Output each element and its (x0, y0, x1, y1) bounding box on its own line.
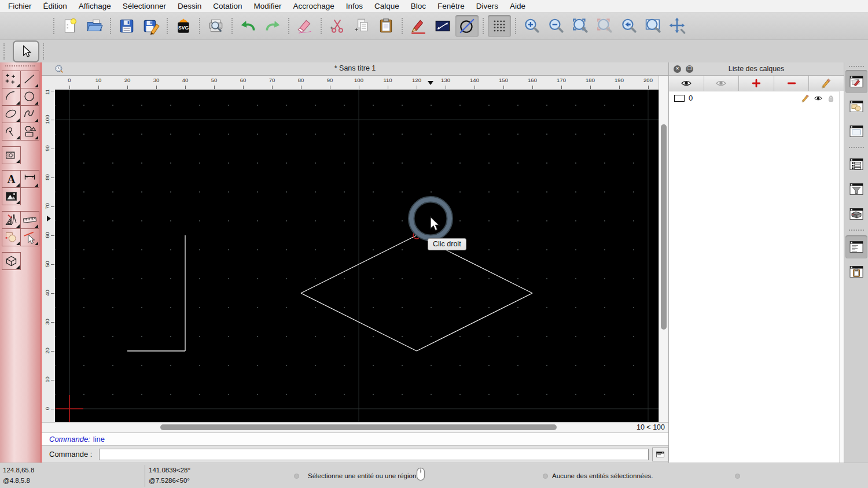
draft-mode-button[interactable] (455, 15, 479, 37)
redo-button[interactable] (261, 15, 284, 37)
zoom-in-button[interactable] (520, 15, 543, 37)
command-dock-toggle-button[interactable] (845, 235, 867, 258)
undo-button[interactable] (237, 15, 260, 37)
filter-dock-toggle-button[interactable] (845, 178, 867, 201)
menu-edition[interactable]: Édition (38, 2, 73, 10)
tool-modify-button[interactable] (2, 211, 21, 229)
menu-aide[interactable]: Aide (504, 2, 531, 10)
zoom-auto-button[interactable] (569, 15, 592, 37)
print-preview-button[interactable] (204, 15, 227, 37)
action-hint: Sélectionne une entité ou une région (308, 463, 416, 488)
menu-selectionner[interactable]: Sélectionner (117, 2, 172, 10)
toolbar-drag-handle (3, 43, 5, 60)
tool-measure-button[interactable] (20, 211, 39, 229)
menu-bloc[interactable]: Bloc (405, 2, 432, 10)
pen-dock-toggle-button[interactable] (845, 70, 867, 93)
library-dock-toggle-button[interactable] (845, 120, 867, 143)
vruler-label: 80 (44, 172, 50, 183)
tool-dimension-button[interactable] (20, 170, 39, 188)
status-dot (735, 474, 740, 479)
edit-layer-button[interactable] (809, 76, 844, 91)
layerlist-dock-toggle-button[interactable] (845, 153, 867, 176)
tool-hatch-button[interactable] (2, 146, 21, 164)
filter-dock-icon (848, 181, 865, 197)
vruler-cursor-marker (47, 216, 54, 221)
tool-image-button[interactable] (2, 187, 21, 205)
command-input[interactable] (99, 449, 649, 460)
tool-spline-button[interactable] (20, 105, 39, 123)
vertical-scrollbar[interactable] (659, 76, 668, 422)
cut-button[interactable] (326, 15, 349, 37)
menu-divers[interactable]: Divers (470, 2, 504, 10)
menu-modifier[interactable]: Modifier (248, 2, 287, 10)
tool-deselect-button[interactable] (20, 228, 39, 246)
save-as-button[interactable] (139, 15, 163, 37)
add-layer-button[interactable] (739, 76, 774, 91)
grid-button[interactable] (488, 15, 511, 37)
hruler-tick (619, 86, 620, 89)
cut-icon (329, 17, 346, 35)
edit-layer-icon[interactable] (801, 94, 810, 103)
copy-button[interactable] (350, 15, 373, 37)
paste-button[interactable] (374, 15, 398, 37)
clipboard-dock-toggle-button[interactable] (845, 260, 867, 283)
svg-export-button[interactable]: SVG (172, 15, 195, 37)
menu-cotation[interactable]: Cotation (207, 2, 248, 10)
drawing-canvas[interactable]: Clic droit (55, 90, 659, 422)
hruler-label: 80 (298, 77, 304, 83)
vruler-label: 90 (44, 143, 50, 154)
hruler-label: 0 (68, 77, 71, 83)
detach-command-window-button[interactable] (652, 448, 668, 461)
tool-points-button[interactable] (2, 71, 21, 88)
menu-fenetre[interactable]: Fenêtre (432, 2, 470, 10)
tool-polygon-button[interactable] (20, 123, 39, 141)
tool-circle-button[interactable] (20, 88, 39, 106)
new-document-button[interactable] (58, 15, 82, 37)
zoom-window-button[interactable] (642, 15, 665, 37)
layer-lock-icon[interactable] (826, 94, 836, 103)
horizontal-scrollbar-thumb[interactable] (160, 424, 557, 430)
tool-arc-button[interactable] (2, 88, 21, 106)
zoom-previous-button[interactable] (593, 15, 616, 37)
tool-line-button[interactable] (20, 71, 39, 88)
open-file-button[interactable] (83, 15, 106, 37)
toolbar-separator (321, 18, 322, 34)
hatch-icon (4, 148, 19, 162)
canvas-graphics (55, 90, 659, 422)
show-all-layers-button[interactable] (669, 76, 704, 91)
tool-text-button[interactable]: A (2, 170, 21, 188)
horizontal-scrollbar[interactable]: 10 < 100 (42, 422, 668, 432)
layer-color-swatch[interactable] (674, 95, 685, 102)
vertical-scrollbar-thumb[interactable] (661, 124, 667, 330)
hruler-label: 180 (586, 77, 595, 83)
spline-icon (23, 107, 37, 121)
menu-infos[interactable]: Infos (340, 2, 369, 10)
line-properties-button[interactable] (431, 15, 454, 37)
remove-layer-button[interactable] (774, 76, 810, 91)
save-button[interactable] (115, 15, 138, 37)
layers-panel-scrollbar[interactable] (839, 91, 844, 463)
layer-row[interactable]: 0 (669, 91, 844, 105)
zoom-pan-button[interactable] (666, 15, 689, 37)
menu-calque[interactable]: Calque (369, 2, 405, 10)
zoom-out-button[interactable] (545, 15, 568, 37)
blocks-dock-toggle-button[interactable] (845, 95, 867, 118)
select-arrow-button[interactable] (13, 40, 39, 62)
menu-fichier[interactable]: Fichier (2, 2, 38, 10)
svg-text:A: A (8, 173, 16, 185)
tool-order-button[interactable] (2, 228, 21, 246)
layer-visible-icon[interactable] (814, 94, 823, 103)
tool-polyline-button[interactable] (2, 123, 21, 141)
tool-cube-button[interactable] (2, 252, 21, 270)
wall-dock-toggle-button[interactable] (845, 202, 867, 225)
zoom-back-button[interactable] (617, 15, 641, 37)
hruler-label: 10 (95, 77, 102, 83)
zoom-in-icon (523, 17, 540, 35)
menu-dessin[interactable]: Dessin (172, 2, 207, 10)
hide-all-layers-button[interactable] (704, 76, 740, 91)
menu-affichage[interactable]: Affichage (73, 2, 117, 10)
menu-accrochage[interactable]: Accrochage (287, 2, 340, 10)
tool-ellipse-button[interactable] (2, 105, 21, 123)
eraser-button[interactable] (293, 15, 317, 37)
attributes-pen-button[interactable] (407, 15, 430, 37)
